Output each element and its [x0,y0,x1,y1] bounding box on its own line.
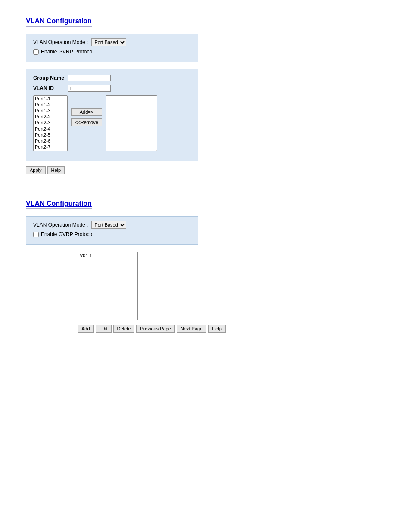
help-button[interactable]: Help [47,166,65,174]
previous-page-button[interactable]: Previous Page [136,325,175,333]
group-name-row: Group Name [33,75,191,81]
port-section: Port1-1 Port1-2 Port1-3 Port2-2 Port2-3 … [33,95,191,151]
add-remove-buttons: Add=> <<Remove [71,95,102,126]
section1-config-box: VLAN Operation Mode : Port Based 802.1Q … [26,34,198,62]
vlan-id-label: VLAN ID [33,85,68,91]
vlan-id-input[interactable] [68,85,111,92]
available-ports-list[interactable]: Port1-1 Port1-2 Port1-3 Port2-2 Port2-3 … [33,95,68,151]
group-name-input[interactable] [68,75,111,81]
edit-vlan-button[interactable]: Edit [96,325,112,333]
section2-help-button[interactable]: Help [208,325,226,333]
vlan-id-row: VLAN ID [33,85,191,92]
apply-button[interactable]: Apply [26,166,46,174]
section2-gvrp-checkbox[interactable] [33,232,39,237]
gvrp-row: Enable GVRP Protocol [33,49,191,55]
section1-action-buttons: Apply Help [26,166,385,174]
vlan-list-box[interactable]: V01 1 [78,252,138,320]
remove-port-button[interactable]: <<Remove [71,118,102,126]
add-port-button[interactable]: Add=> [71,108,102,116]
operation-mode-label: VLAN Operation Mode : [33,39,88,45]
section2: VLAN Configuration VLAN Operation Mode :… [26,200,385,333]
gvrp-label: Enable GVRP Protocol [41,49,93,55]
section2-operation-mode-label: VLAN Operation Mode : [33,222,88,228]
section2-title: VLAN Configuration [26,200,92,209]
section1: VLAN Configuration VLAN Operation Mode :… [26,17,385,174]
group-name-label: Group Name [33,75,68,81]
section2-config-box: VLAN Operation Mode : Port Based 802.1Q … [26,216,198,245]
delete-vlan-button[interactable]: Delete [113,325,135,333]
page-wrapper: VLAN Configuration VLAN Operation Mode :… [0,0,411,367]
section2-operation-mode-select[interactable]: Port Based 802.1Q [91,221,126,229]
add-vlan-button[interactable]: Add [78,325,94,333]
vlan-list-entry[interactable]: V01 1 [78,252,137,259]
next-page-button[interactable]: Next Page [177,325,206,333]
gvrp-checkbox[interactable] [33,49,39,55]
operation-mode-select[interactable]: Port Based 802.1Q [91,38,126,46]
section2-operation-mode-row: VLAN Operation Mode : Port Based 802.1Q [33,221,191,229]
section1-form-panel: Group Name VLAN ID Port1-1 Port1-2 Port1… [26,69,198,161]
vlan-members-list[interactable] [106,95,157,151]
section2-gvrp-label: Enable GVRP Protocol [41,231,93,237]
section1-title: VLAN Configuration [26,17,92,27]
section2-gvrp-row: Enable GVRP Protocol [33,231,191,237]
operation-mode-row: VLAN Operation Mode : Port Based 802.1Q [33,38,191,46]
section2-action-buttons: Add Edit Delete Previous Page Next Page … [78,325,385,333]
